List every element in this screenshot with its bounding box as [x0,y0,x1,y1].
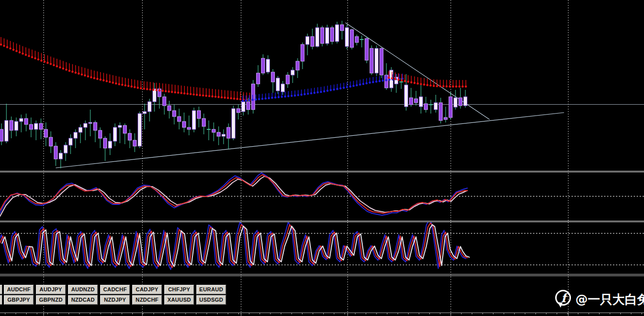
panel-separators [0,171,644,276]
symbol-button-partial[interactable] [0,295,2,305]
symbol-button-cadchf[interactable]: CADCHF [100,285,130,294]
symbol-button-cadjpy[interactable]: CADJPY [132,285,162,294]
symbol-button-usdsgd[interactable]: USDSGD [196,295,226,305]
symbol-button-gbpjpy[interactable]: GBPJPY [4,295,34,305]
symbol-button-chfjpy[interactable]: CHFJPY [164,285,194,294]
symbol-button-audchf[interactable]: AUDCHF [4,285,34,294]
symbol-button-euraud[interactable]: EURAUD [196,285,226,294]
symbol-button-audnzd[interactable]: AUDNZD [68,285,98,294]
symbol-button-nzdchf[interactable]: NZDCHF [132,295,162,305]
symbol-button-nzdjpy[interactable]: NZDJPY [100,295,130,305]
watermark-handle: @一只大白兔 [575,291,644,308]
candlestick-series [0,21,467,168]
symbol-button-xauusd[interactable]: XAUUSD [164,295,194,305]
chart-canvas[interactable] [0,0,644,316]
symbol-button-partial[interactable] [0,285,2,294]
watermark: f @一只大白兔 [554,289,644,310]
indicator-panel-2 [0,221,644,270]
symbol-button-nzdcad[interactable]: NZDCAD [68,295,98,305]
f-bubble-logo-icon: f [554,289,572,310]
mt4-chart-window: AUDCHF AUDJPY AUDNZD CADCHF CADJPY CHFJP… [0,0,644,316]
buy-arrow-series [242,74,404,102]
sell-arrow-series [0,37,251,101]
indicator-panel-1 [0,173,644,216]
grid-lines [44,0,568,313]
symbol-button-audjpy[interactable]: AUDJPY [36,285,66,294]
symbol-button-gbpnzd[interactable]: GBPNZD [36,295,66,305]
time-axis [0,313,644,316]
trendlines [56,23,564,168]
price-panel [0,21,644,168]
